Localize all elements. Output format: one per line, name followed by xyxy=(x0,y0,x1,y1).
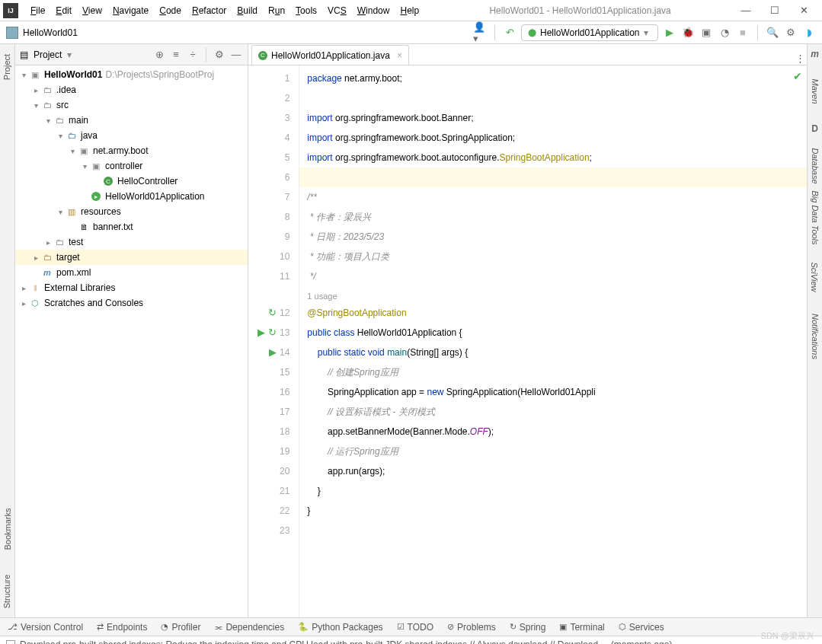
code-area[interactable]: ✔ 1234567891011 ↻12 ▶↻13 ▶14 15161718192… xyxy=(248,65,807,617)
bt-spring[interactable]: ↻ Spring xyxy=(510,622,546,633)
bt-todo[interactable]: ☑ TODO xyxy=(397,622,433,633)
left-tab-structure[interactable]: Structure xyxy=(3,575,12,609)
toolwindow-toggle-icon[interactable] xyxy=(6,640,15,645)
close-icon[interactable]: ✕ xyxy=(795,5,813,16)
menu-refactor[interactable]: Refactor xyxy=(187,3,231,18)
menu-run[interactable]: Run xyxy=(264,3,289,18)
maven-icon: m xyxy=(811,49,819,59)
project-icon: ▤ xyxy=(20,49,28,60)
menu-window[interactable]: Window xyxy=(353,3,395,18)
project-tree[interactable]: ▾▣HelloWorld01D:\Projects\SpringBootProj… xyxy=(15,65,248,617)
collapse-icon[interactable]: ÷ xyxy=(186,48,200,62)
bt-python[interactable]: 🐍 Python Packages xyxy=(298,622,382,633)
statusbar: Download pre-built shared indexes: Reduc… xyxy=(0,636,822,644)
code-text[interactable]: package net.army.boot; import org.spring… xyxy=(299,65,807,617)
bt-deps[interactable]: ⫘ Dependencies xyxy=(214,622,284,633)
chevron-down-icon: ▾ xyxy=(644,27,648,38)
back-icon[interactable]: ↶ xyxy=(503,26,517,40)
chevron-down-icon[interactable]: ▾ xyxy=(67,49,72,60)
menu-file[interactable]: File xyxy=(26,3,50,18)
minimize-icon[interactable]: — xyxy=(737,5,755,16)
status-message[interactable]: Download pre-built shared indexes: Reduc… xyxy=(20,639,672,645)
tools-icon[interactable]: ◗ xyxy=(802,26,816,40)
tree-package[interactable]: ▾▣net.army.boot xyxy=(15,143,248,158)
tree-pom[interactable]: mpom.xml xyxy=(15,265,248,280)
tree-controller[interactable]: ▾▣controller xyxy=(15,158,248,174)
profiler-icon[interactable]: ◔ xyxy=(718,26,731,40)
hide-icon[interactable]: — xyxy=(229,48,243,62)
tree-ext-libs[interactable]: ▸⫴External Libraries xyxy=(15,280,248,295)
tree-scratches[interactable]: ▸⬡Scratches and Consoles xyxy=(15,295,248,311)
menu-navigate[interactable]: Navigate xyxy=(108,3,153,18)
coverage-icon[interactable]: ▣ xyxy=(699,26,713,40)
left-tab-project[interactable]: Project xyxy=(3,54,12,80)
gear-icon[interactable]: ⚙ xyxy=(213,48,226,62)
tree-hello-app[interactable]: ▸HelloWorld01Application xyxy=(15,189,248,204)
left-toolwindow-bar: Project Bookmarks Structure xyxy=(0,44,15,617)
tree-root[interactable]: ▾▣HelloWorld01D:\Projects\SpringBootProj xyxy=(15,67,248,82)
window-title: HelloWorld01 - HelloWorld01Application.j… xyxy=(424,5,737,16)
menu-view[interactable]: View xyxy=(78,3,107,18)
navbar: HelloWorld01 👤▾ ↶ ⬤ HelloWorld01Applicat… xyxy=(0,21,822,44)
bt-problems[interactable]: ⊘ Problems xyxy=(447,622,496,633)
tree-test[interactable]: ▸🗀test xyxy=(15,234,248,250)
bottom-toolbar: ⎇ Version Control ⇄ Endpoints ◔ Profiler… xyxy=(0,617,822,636)
expand-all-icon[interactable]: ≡ xyxy=(169,48,183,62)
class-icon: C xyxy=(258,51,267,60)
debug-icon[interactable]: 🐞 xyxy=(681,26,695,40)
settings-icon[interactable]: ⚙ xyxy=(784,26,798,40)
tree-target[interactable]: ▸🗀target xyxy=(15,250,248,265)
usage-hint[interactable]: 1 usage xyxy=(307,292,337,301)
right-tab-notifications[interactable]: Notifications xyxy=(811,314,820,359)
tree-hello-controller[interactable]: CHelloController xyxy=(15,174,248,189)
right-tab-sciview[interactable]: SciView xyxy=(811,263,820,292)
tree-java[interactable]: ▾🗀java xyxy=(15,128,248,143)
project-panel: ▤ Project ▾ ⊕ ≡ ÷ ⚙ — ▾▣HelloWorld01D:\P… xyxy=(15,44,248,617)
breadcrumb-project[interactable]: HelloWorld01 xyxy=(23,27,78,38)
spring-icon[interactable]: ↻ xyxy=(268,323,277,343)
tab-helloworld-app[interactable]: C HelloWorld01Application.java × xyxy=(251,45,409,65)
menu-vcs[interactable]: VCS xyxy=(323,3,351,18)
bt-services[interactable]: ⬡ Services xyxy=(619,622,664,633)
menu-edit[interactable]: Edit xyxy=(51,3,76,18)
right-tab-maven[interactable]: Maven xyxy=(811,78,820,104)
tree-main[interactable]: ▾🗀main xyxy=(15,113,248,128)
bt-profiler[interactable]: ◔ Profiler xyxy=(161,622,200,633)
run-gutter-icon[interactable]: ▶ xyxy=(257,323,265,343)
menu-tools[interactable]: Tools xyxy=(291,3,321,18)
right-tab-bigdata[interactable]: Big Data Tools xyxy=(811,190,820,244)
search-icon[interactable]: 🔍 xyxy=(766,26,779,40)
app-icon: IJ xyxy=(3,3,18,18)
run-gutter-icon[interactable]: ▶ xyxy=(269,343,277,362)
gutter[interactable]: 1234567891011 ↻12 ▶↻13 ▶14 1516171819202… xyxy=(248,65,299,617)
menu-build[interactable]: Build xyxy=(232,3,262,18)
maximize-icon[interactable]: ☐ xyxy=(766,5,784,16)
menu-help[interactable]: Help xyxy=(395,3,424,18)
left-tab-bookmarks[interactable]: Bookmarks xyxy=(3,508,12,550)
run-config-selector[interactable]: ⬤ HelloWorld01Application ▾ xyxy=(521,24,658,41)
watermark: SDN @梁辰兴 xyxy=(761,630,814,642)
bt-terminal[interactable]: ▣ Terminal xyxy=(559,622,604,633)
tree-resources[interactable]: ▾▥resources xyxy=(15,204,248,219)
run-icon[interactable]: ▶ xyxy=(663,26,676,40)
tree-banner[interactable]: 🗎banner.txt xyxy=(15,219,248,234)
tree-src[interactable]: ▾🗀src xyxy=(15,97,248,113)
tree-idea[interactable]: ▸🗀.idea xyxy=(15,82,248,97)
right-toolwindow-bar: m Maven D Database Big Data Tools SciVie… xyxy=(807,44,822,617)
tab-close-icon[interactable]: × xyxy=(397,50,402,61)
right-tab-database[interactable]: Database xyxy=(811,148,820,183)
bt-vcs[interactable]: ⎇ Version Control xyxy=(8,622,83,633)
database-icon: D xyxy=(811,123,818,134)
spring-icon[interactable]: ↻ xyxy=(268,303,277,323)
user-add-icon[interactable]: 👤▾ xyxy=(473,26,487,40)
project-panel-title: Project xyxy=(34,49,62,60)
bt-endpoints[interactable]: ⇄ Endpoints xyxy=(97,622,147,633)
menu-code[interactable]: Code xyxy=(155,3,186,18)
select-opened-icon[interactable]: ⊕ xyxy=(152,48,166,62)
inspection-ok-icon[interactable]: ✔ xyxy=(793,70,802,82)
menubar: File Edit View Navigate Code Refactor Bu… xyxy=(26,3,424,18)
module-icon xyxy=(6,27,18,39)
tabs-more-icon[interactable]: ⋮ xyxy=(793,51,807,65)
run-config-icon: ⬤ xyxy=(528,28,536,37)
stop-icon[interactable]: ■ xyxy=(736,26,750,40)
